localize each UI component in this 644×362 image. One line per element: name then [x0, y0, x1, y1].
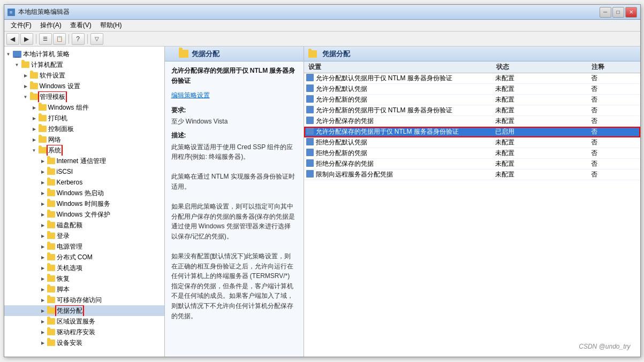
settings-row-4[interactable]: 允许分配新的凭据用于仅 NTLM 服务器身份验证未配置否 [304, 105, 640, 116]
expand-btn-network[interactable]: ▶ [30, 135, 39, 144]
expand-btn-win-boot[interactable]: ▶ [39, 189, 47, 197]
tree-item-win-file-prot[interactable]: ▶Windows 文件保护 [4, 209, 164, 220]
expand-btn-disk-quota[interactable]: ▶ [39, 221, 47, 229]
detail-panel-header: 凭据分配 [165, 47, 304, 61]
tree-item-distributed-com[interactable]: ▶分布式 COM [4, 252, 164, 263]
settings-row-9[interactable]: 拒绝分配保存的凭据未配置否 [304, 159, 640, 170]
folder-icon-locale-services [47, 318, 55, 325]
expand-btn-device-install[interactable]: ▶ [39, 338, 47, 347]
forward-button[interactable]: ▶ [20, 33, 33, 45]
watermark: CSDN @undo_try [579, 343, 630, 350]
back-button[interactable]: ◀ [6, 33, 19, 45]
menu-file[interactable]: 文件(F) [6, 20, 36, 31]
expand-btn-win-time[interactable]: ▶ [39, 199, 47, 208]
filter-button[interactable]: ▽ [90, 33, 103, 45]
tree-item-admin-templates[interactable]: ▼管理模板 [4, 91, 164, 102]
settings-row-7[interactable]: 拒绝分配默认凭据未配置否 [304, 137, 640, 148]
credential-folder-icon [179, 50, 188, 58]
tree-item-windows-components[interactable]: ▶Windows 组件 [4, 102, 164, 113]
expand-btn-driver-install[interactable]: ▶ [39, 328, 47, 336]
expand-btn-windows-settings[interactable]: ▶ [21, 82, 30, 90]
expand-btn-recovery[interactable]: ▶ [39, 274, 47, 283]
menu-action[interactable]: 操作(A) [36, 20, 66, 31]
expand-btn-local-policy[interactable]: ▼ [4, 50, 13, 58]
folder-icon-windows-settings [30, 83, 38, 89]
tree-item-kerberos[interactable]: ▶Kerberos [4, 177, 164, 188]
menu-help[interactable]: 帮助(H) [96, 20, 126, 31]
tree-item-win-boot[interactable]: ▶Windows 热启动 [4, 188, 164, 198]
settings-row-5[interactable]: 允许分配保存的凭据未配置否 [304, 116, 640, 127]
policy-icon-5 [306, 117, 314, 126]
tree-item-credential-delegation[interactable]: ▶凭据分配 [4, 305, 164, 316]
expand-btn-locale-services[interactable]: ▶ [39, 317, 47, 326]
tree-item-scripts[interactable]: ▶脚本 [4, 284, 164, 295]
expand-btn-distributed-com[interactable]: ▶ [39, 253, 47, 261]
tree-panel[interactable]: ▼本地计算机 策略▼计算机配置▶软件设置▶Windows 设置▼管理模板▶Win… [4, 47, 165, 357]
tree-item-windows-settings[interactable]: ▶Windows 设置 [4, 81, 164, 91]
edit-policy-link[interactable]: 编辑策略设置 [171, 91, 210, 99]
minimize-button[interactable]: ─ [600, 7, 611, 18]
tree-item-device-install[interactable]: ▶设备安装 [4, 337, 164, 348]
tree-item-recovery[interactable]: ▶恢复 [4, 273, 164, 284]
tree-item-win-time[interactable]: ▶Windows 时间服务 [4, 198, 164, 209]
tree-label-shutdown-opts: 关机选项 [57, 264, 82, 273]
show-hide-tree-button[interactable]: ☰ [39, 33, 52, 45]
tree-item-power-mgmt[interactable]: ▶电源管理 [4, 241, 164, 252]
tree-item-computer-config[interactable]: ▼计算机配置 [4, 59, 164, 70]
expand-btn-internet-comm[interactable]: ▶ [39, 157, 47, 165]
menu-bar: 文件(F) 操作(A) 查看(V) 帮助(H) [4, 20, 640, 32]
tree-item-system[interactable]: ▼系统 [4, 145, 164, 156]
settings-row-6[interactable]: 允许分配保存的凭据用于仅 NTLM 服务器身份验证已启用否 [304, 127, 640, 137]
tree-item-printer[interactable]: ▶打印机 [4, 113, 164, 124]
tree-label-windows-settings: Windows 设置 [40, 82, 80, 91]
policy-icon-1 [306, 74, 314, 83]
properties-button[interactable]: 📋 [53, 33, 66, 45]
menu-view[interactable]: 查看(V) [66, 20, 96, 31]
expand-btn-power-mgmt[interactable]: ▶ [39, 242, 47, 251]
expand-btn-credential-delegation[interactable]: ▶ [39, 306, 47, 315]
expand-btn-software-settings[interactable]: ▶ [21, 71, 30, 80]
expand-btn-printer[interactable]: ▶ [30, 114, 39, 122]
expand-btn-system[interactable]: ▼ [30, 146, 39, 155]
tree-item-driver-install[interactable]: ▶驱动程序安装 [4, 327, 164, 337]
tree-item-login[interactable]: ▶登录 [4, 230, 164, 241]
window-controls: ─ □ ✕ [600, 7, 637, 18]
tree-item-network[interactable]: ▶网络 [4, 134, 164, 145]
tree-item-software-settings[interactable]: ▶软件设置 [4, 70, 164, 81]
expand-btn-control-panel[interactable]: ▶ [30, 125, 39, 133]
expand-btn-kerberos[interactable]: ▶ [39, 178, 47, 187]
close-button[interactable]: ✕ [625, 7, 637, 18]
tree-item-local-policy[interactable]: ▼本地计算机 策略 [4, 49, 164, 59]
tree-item-internet-comm[interactable]: ▶Internet 通信管理 [4, 156, 164, 166]
expand-btn-scripts[interactable]: ▶ [39, 285, 47, 294]
expand-btn-removable-storage[interactable]: ▶ [39, 296, 47, 304]
expand-btn-iscsi[interactable]: ▶ [39, 167, 47, 176]
tree-item-removable-storage[interactable]: ▶可移动存储访问 [4, 295, 164, 305]
tree-label-win-time: Windows 时间服务 [57, 199, 110, 209]
maximize-button[interactable]: □ [612, 7, 624, 18]
expand-btn-windows-components[interactable]: ▶ [30, 103, 39, 112]
help-button[interactable]: ? [72, 33, 85, 45]
expand-btn-admin-templates[interactable]: ▼ [21, 93, 30, 101]
tree-item-disk-quota[interactable]: ▶磁盘配额 [4, 220, 164, 230]
policy-icon-9 [306, 159, 314, 168]
tree-label-iscsi: iSCSI [57, 168, 73, 175]
settings-row-3[interactable]: 允许分配新的凭据未配置否 [304, 95, 640, 105]
settings-row-1[interactable]: 允许分配默认凭据用于仅 NTLM 服务器身份验证未配置否 [304, 73, 640, 84]
settings-row-10[interactable]: 限制向远程服务器分配凭据未配置否 [304, 170, 640, 180]
tree-label-removable-storage: 可移动存储访问 [57, 296, 102, 305]
settings-row-2[interactable]: 允许分配默认凭据未配置否 [304, 84, 640, 95]
settings-panel-header: 凭据分配 [304, 47, 640, 61]
settings-row-8[interactable]: 拒绝分配新的凭据未配置否 [304, 148, 640, 159]
expand-btn-computer-config[interactable]: ▼ [13, 60, 21, 69]
expand-btn-login[interactable]: ▶ [39, 232, 47, 240]
expand-btn-shutdown-opts[interactable]: ▶ [39, 264, 47, 272]
tree-label-locale-services: 区域设置服务 [57, 317, 95, 326]
expand-btn-win-file-prot[interactable]: ▶ [39, 210, 47, 219]
tree-item-iscsi[interactable]: ▶iSCSI [4, 166, 164, 177]
setting-note-5: 否 [589, 117, 638, 126]
tree-item-control-panel[interactable]: ▶控制面板 [4, 124, 164, 134]
policy-icon-3 [306, 95, 314, 104]
tree-item-locale-services[interactable]: ▶区域设置服务 [4, 316, 164, 327]
tree-item-shutdown-opts[interactable]: ▶关机选项 [4, 263, 164, 273]
